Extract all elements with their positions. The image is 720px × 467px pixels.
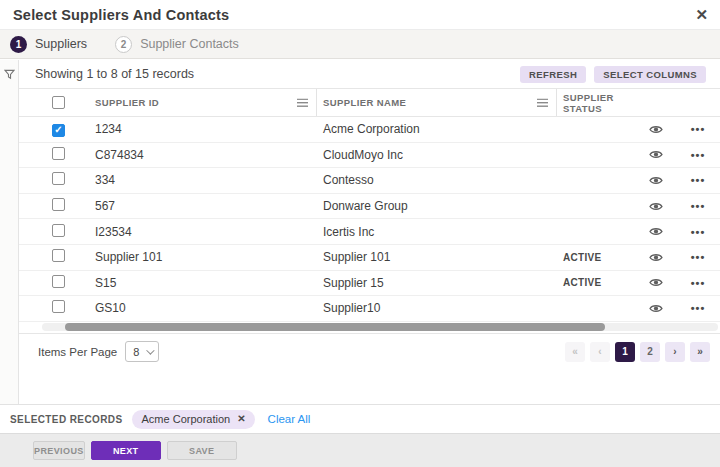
- pagination-bar: Items Per Page 8 « ‹ 1 2 › »: [19, 334, 720, 370]
- supplier-name-cell: CloudMoyo Inc: [317, 148, 557, 162]
- select-suppliers-modal: Select Suppliers And Contacts ✕ 1 Suppli…: [0, 0, 720, 467]
- row-checkbox[interactable]: [52, 249, 65, 262]
- first-page-button[interactable]: «: [565, 342, 585, 362]
- supplier-status-cell: ACTIVE: [557, 277, 635, 288]
- modal-header: Select Suppliers And Contacts ✕: [0, 0, 720, 30]
- row-checkbox[interactable]: [52, 147, 65, 160]
- select-all-checkbox[interactable]: [52, 96, 65, 109]
- view-eye-icon[interactable]: [635, 252, 676, 263]
- view-eye-icon[interactable]: [635, 175, 676, 186]
- row-checkbox[interactable]: [52, 172, 65, 185]
- supplier-name-cell: Supplier10: [317, 301, 557, 315]
- view-eye-icon[interactable]: [635, 303, 676, 314]
- prev-page-button[interactable]: ‹: [590, 342, 610, 362]
- modal-title: Select Suppliers And Contacts: [13, 7, 229, 23]
- step-supplier-contacts[interactable]: 2 Supplier Contacts: [115, 36, 239, 53]
- table-row[interactable]: 334 Contesso •••: [19, 168, 720, 194]
- row-actions-icon[interactable]: •••: [676, 149, 720, 161]
- column-header-supplier-name[interactable]: SUPPLIER NAME: [317, 89, 557, 116]
- table-row[interactable]: C874834 CloudMoyo Inc •••: [19, 143, 720, 169]
- column-header-supplier-id[interactable]: SUPPLIER ID: [89, 89, 317, 116]
- supplier-id-cell: S15: [89, 276, 317, 290]
- grid-toolbar: Showing 1 to 8 of 15 records REFRESH SEL…: [19, 60, 720, 89]
- table-row[interactable]: 1234 Acme Corporation •••: [19, 117, 720, 143]
- row-actions-icon[interactable]: •••: [676, 226, 720, 238]
- table-row[interactable]: GS10 Supplier10 •••: [19, 296, 720, 322]
- step-label: Suppliers: [35, 37, 87, 51]
- step-number: 2: [115, 36, 132, 53]
- step-number: 1: [10, 36, 27, 53]
- clear-all-link[interactable]: Clear All: [268, 413, 311, 425]
- horizontal-scrollbar: [19, 322, 720, 334]
- items-per-page-label: Items Per Page: [38, 346, 117, 358]
- modal-footer: PREVIOUS NEXT SAVE: [0, 433, 720, 467]
- view-eye-icon[interactable]: [635, 201, 676, 212]
- supplier-id-cell: GS10: [89, 301, 317, 315]
- table-row[interactable]: S15 Supplier 15 ACTIVE •••: [19, 271, 720, 297]
- column-label: SUPPLIER NAME: [323, 97, 406, 108]
- row-checkbox[interactable]: [52, 275, 65, 288]
- row-checkbox[interactable]: [52, 224, 65, 237]
- table-row[interactable]: Supplier 101 Supplier 101 ACTIVE •••: [19, 245, 720, 271]
- column-menu-icon[interactable]: [537, 98, 548, 107]
- supplier-name-cell: Contesso: [317, 173, 557, 187]
- filter-icon[interactable]: [4, 69, 15, 404]
- step-suppliers[interactable]: 1 Suppliers: [10, 36, 87, 53]
- column-label: SUPPLIER ID: [95, 97, 159, 108]
- page-1-button[interactable]: 1: [615, 342, 635, 362]
- row-actions-icon[interactable]: •••: [676, 123, 720, 135]
- supplier-id-cell: 334: [89, 173, 317, 187]
- scrollbar-track[interactable]: [42, 323, 718, 331]
- view-eye-icon[interactable]: [635, 149, 676, 160]
- supplier-status-cell: ACTIVE: [557, 252, 635, 263]
- last-page-button[interactable]: »: [690, 342, 710, 362]
- modal-body: Showing 1 to 8 of 15 records REFRESH SEL…: [0, 60, 720, 404]
- selected-record-chip[interactable]: Acme Corporation ✕: [132, 410, 255, 429]
- previous-button[interactable]: PREVIOUS: [33, 441, 85, 460]
- supplier-id-cell: I23534: [89, 225, 317, 239]
- table-header-row: SUPPLIER ID SUPPLIER NAME SUPPLIER STATU…: [19, 89, 720, 117]
- column-label: SUPPLIER STATUS: [563, 92, 635, 114]
- column-header-supplier-status[interactable]: SUPPLIER STATUS: [557, 89, 635, 116]
- next-page-button[interactable]: ›: [665, 342, 685, 362]
- row-checkbox[interactable]: [52, 198, 65, 211]
- row-checkbox[interactable]: [52, 124, 65, 137]
- save-button[interactable]: SAVE: [167, 441, 237, 460]
- table-row[interactable]: I23534 Icertis Inc •••: [19, 219, 720, 245]
- selected-records-bar: SELECTED RECORDS Acme Corporation ✕ Clea…: [0, 404, 720, 433]
- supplier-name-cell: Supplier 101: [317, 250, 557, 264]
- row-checkbox[interactable]: [52, 300, 65, 313]
- step-label: Supplier Contacts: [140, 37, 239, 51]
- supplier-name-cell: Acme Corporation: [317, 122, 557, 136]
- chevron-down-icon: [146, 346, 154, 354]
- scrollbar-thumb[interactable]: [65, 323, 605, 331]
- items-per-page-value: 8: [133, 346, 139, 358]
- row-actions-icon[interactable]: •••: [676, 200, 720, 212]
- grid-panel: Showing 1 to 8 of 15 records REFRESH SEL…: [19, 60, 720, 404]
- supplier-id-cell: Supplier 101: [89, 250, 317, 264]
- record-count-text: Showing 1 to 8 of 15 records: [35, 67, 194, 81]
- select-columns-button[interactable]: SELECT COLUMNS: [594, 66, 706, 83]
- row-actions-icon[interactable]: •••: [676, 277, 720, 289]
- chip-remove-icon[interactable]: ✕: [237, 414, 245, 424]
- supplier-name-cell: Donware Group: [317, 199, 557, 213]
- selected-records-label: SELECTED RECORDS: [10, 414, 123, 425]
- column-menu-icon[interactable]: [297, 98, 308, 107]
- refresh-button[interactable]: REFRESH: [520, 66, 586, 83]
- close-icon[interactable]: ✕: [695, 7, 708, 22]
- next-button[interactable]: NEXT: [91, 441, 161, 460]
- page-2-button[interactable]: 2: [640, 342, 660, 362]
- table-body: 1234 Acme Corporation ••• C874834 CloudM…: [19, 117, 720, 322]
- view-eye-icon[interactable]: [635, 277, 676, 288]
- row-actions-icon[interactable]: •••: [676, 174, 720, 186]
- supplier-id-cell: 567: [89, 199, 317, 213]
- items-per-page-select[interactable]: 8: [125, 341, 159, 362]
- row-actions-icon[interactable]: •••: [676, 251, 720, 263]
- view-eye-icon[interactable]: [635, 226, 676, 237]
- table-row[interactable]: 567 Donware Group •••: [19, 194, 720, 220]
- chip-label: Acme Corporation: [142, 413, 231, 425]
- supplier-name-cell: Icertis Inc: [317, 225, 557, 239]
- row-actions-icon[interactable]: •••: [676, 302, 720, 314]
- view-eye-icon[interactable]: [635, 124, 676, 135]
- supplier-id-cell: C874834: [89, 148, 317, 162]
